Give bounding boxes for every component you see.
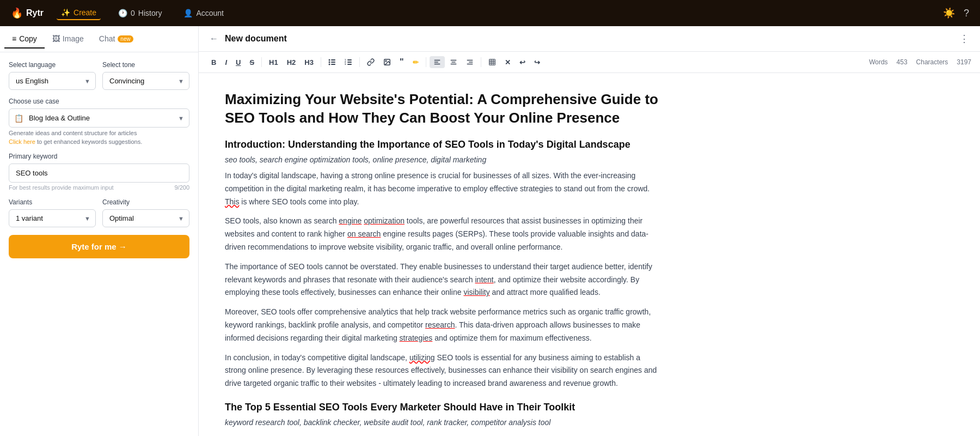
italic-button[interactable]: I [221, 56, 231, 69]
section-heading-2: The Top 5 Essential SEO Tools Every Mark… [225, 401, 663, 414]
section-keywords-2: keyword research tool, backlink checker,… [225, 418, 663, 427]
creativity-select-wrapper: Optimal Low Medium High Max ▼ [102, 209, 189, 227]
account-icon: 👤 [183, 9, 193, 17]
creativity-group: Creativity Optimal Low Medium High Max ▼ [102, 198, 189, 227]
keyword-input[interactable] [9, 164, 189, 183]
svg-point-4 [328, 64, 330, 65]
chars-label: Characters [916, 58, 948, 66]
h3-button[interactable]: H3 [301, 56, 317, 69]
nav-history-badge: 0 [131, 9, 135, 17]
underline-research: research [425, 320, 455, 329]
variants-group: Variants 1 variant 2 variants 3 variants… [9, 198, 96, 227]
underline-button[interactable]: U [232, 56, 244, 69]
toolbar-separator-1 [261, 57, 262, 67]
underline-intent: intent [475, 275, 493, 284]
use-case-icon: 📋 [14, 114, 23, 123]
section-para-2: SEO tools, also known as search engine o… [225, 215, 663, 253]
use-case-select[interactable]: Blog Idea & Outline Blog Section Writing… [9, 108, 189, 128]
variants-select-wrapper: 1 variant 2 variants 3 variants ▼ [9, 209, 96, 227]
underline-optimization: optimization [364, 216, 405, 225]
align-right-button[interactable] [462, 56, 477, 68]
back-arrow-icon[interactable]: ← [210, 34, 218, 44]
keyword-hint-left: For best results provide maximum input [9, 184, 114, 191]
h1-button[interactable]: H1 [265, 56, 282, 69]
app-logo[interactable]: 🔥 Rytr [11, 7, 44, 19]
svg-rect-3 [331, 62, 335, 63]
keyword-label: Primary keyword [9, 153, 189, 160]
section-para-1: In today's digital landscape, having a s… [225, 169, 663, 208]
svg-rect-23 [489, 59, 495, 65]
keyword-link-hint: Click here to get enhanced keywords sugg… [9, 138, 189, 145]
section-heading-1: Introduction: Understanding the Importan… [225, 138, 663, 151]
language-select[interactable]: us English uk English Spanish French Ger… [9, 72, 96, 90]
link-button[interactable] [363, 56, 378, 68]
tab-chat[interactable]: Chat new [91, 30, 141, 49]
word-char-count: Words 453 Characters 3197 [869, 58, 971, 66]
keyword-hint-row: For best results provide maximum input 9… [9, 184, 189, 191]
nav-item-account[interactable]: 👤 Account [179, 7, 228, 20]
align-center-button[interactable] [446, 56, 461, 68]
bullet-list-button[interactable] [324, 56, 340, 68]
words-label: Words [869, 58, 887, 66]
clear-formatting-button[interactable]: ✕ [501, 56, 514, 69]
section-para-3: The importance of SEO tools cannot be ov… [225, 261, 663, 299]
chat-badge: new [118, 35, 133, 43]
top-navigation: 🔥 Rytr ✨ Create 🕐 0 History 👤 Account ☀️… [0, 0, 980, 26]
h2-button[interactable]: H2 [283, 56, 300, 69]
sidebar-form: Select language us English uk English Sp… [0, 52, 198, 267]
keyword-count: 9/200 [174, 184, 189, 191]
underline-engine: engine [339, 216, 362, 225]
section-para-5: In conclusion, in today's competitive di… [225, 352, 663, 390]
toolbar-separator-3 [359, 57, 360, 67]
ryte-button[interactable]: Ryte for me → [9, 235, 189, 258]
keyword-link[interactable]: Click here [9, 138, 35, 145]
svg-rect-9 [347, 62, 352, 63]
theme-toggle-icon[interactable]: ☀️ [943, 7, 955, 19]
help-icon[interactable]: ? [964, 8, 969, 19]
underline-strategies: strategies [400, 334, 433, 342]
image-icon: 🖼 [52, 34, 60, 43]
image-insert-button[interactable] [379, 56, 395, 68]
variants-select[interactable]: 1 variant 2 variants 3 variants [9, 209, 96, 227]
editor-toolbar: B I U S H1 H2 H3 1.2.3. " ✏ [199, 52, 980, 73]
language-label: Select language [9, 61, 96, 69]
creativity-select[interactable]: Optimal Low Medium High Max [102, 209, 189, 227]
editor-header: ← New document ⋮ [199, 26, 980, 52]
keyword-link-text: to get enhanced keywords suggestions. [37, 138, 142, 145]
redo-button[interactable]: ↪ [530, 56, 544, 69]
quote-button[interactable]: " [396, 55, 408, 69]
align-left-button[interactable] [430, 56, 445, 68]
highlight-button[interactable]: ✏ [409, 56, 422, 69]
sidebar: ≡ Copy 🖼 Image Chat new Select language [0, 26, 199, 436]
document-title[interactable]: New document [225, 34, 287, 44]
tone-select[interactable]: Convincing Formal Casual Friendly Enthus… [102, 72, 189, 90]
keyword-group: Primary keyword For best results provide… [9, 153, 189, 191]
tab-image-label: Image [63, 34, 84, 43]
underline-utilizing: utilizing [409, 353, 435, 362]
nav-account-label: Account [196, 9, 224, 17]
nav-item-history[interactable]: 🕐 0 History [114, 7, 166, 20]
tone-select-wrapper: Convincing Formal Casual Friendly Enthus… [102, 72, 189, 90]
main-layout: ≡ Copy 🖼 Image Chat new Select language [0, 26, 980, 436]
underline-visibility: visibility [463, 288, 489, 296]
svg-point-13 [385, 60, 387, 62]
nav-item-create[interactable]: ✨ Create [57, 6, 101, 20]
undo-button[interactable]: ↩ [516, 56, 529, 69]
words-count: 453 [897, 58, 908, 66]
tab-copy[interactable]: ≡ Copy [4, 30, 45, 49]
table-button[interactable] [485, 56, 500, 68]
ordered-list-button[interactable]: 1.2.3. [341, 56, 356, 68]
svg-rect-7 [347, 59, 352, 60]
toolbar-separator-4 [426, 57, 426, 67]
svg-rect-11 [347, 64, 352, 65]
nav-history-label: History [138, 9, 162, 17]
toolbar-separator-5 [481, 57, 481, 67]
document-content[interactable]: Maximizing Your Website's Potential: A C… [199, 73, 689, 436]
use-case-label: Choose use case [9, 98, 189, 105]
tab-image[interactable]: 🖼 Image [45, 30, 91, 49]
tab-copy-label: Copy [19, 34, 37, 43]
bold-button[interactable]: B [207, 56, 220, 69]
variants-creativity-row: Variants 1 variant 2 variants 3 variants… [9, 198, 189, 227]
strikethrough-button[interactable]: S [246, 56, 258, 69]
more-options-icon[interactable]: ⋮ [959, 33, 969, 45]
